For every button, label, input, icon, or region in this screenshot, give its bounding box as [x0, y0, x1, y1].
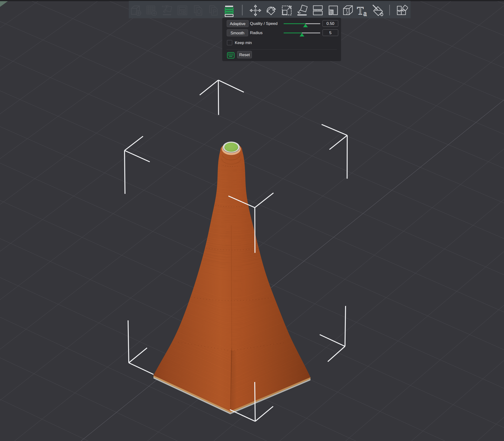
svg-text:a: a	[363, 9, 367, 17]
svg-text:T: T	[357, 5, 364, 17]
